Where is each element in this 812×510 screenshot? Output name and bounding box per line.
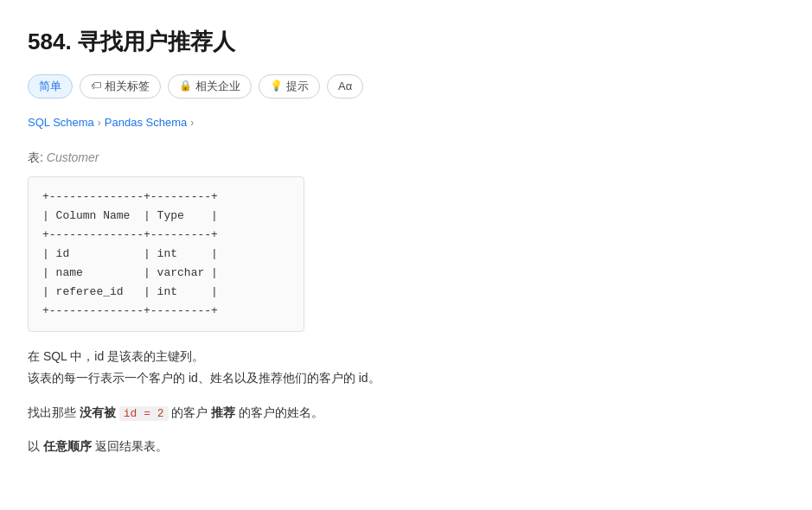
result-prefix: 以 <box>28 439 40 453</box>
description-block: 在 SQL 中，id 是该表的主键列。 该表的每一行表示一个客户的 id、姓名以… <box>28 346 784 389</box>
breadcrumb-sql-schema[interactable]: SQL Schema <box>28 114 94 132</box>
tags-row: 简单 🏷 相关标签 🔒 相关企业 💡 提示 Aα <box>28 74 784 99</box>
tag-font-size[interactable]: Aα <box>327 74 363 99</box>
tag-simple-label: 简单 <box>39 78 61 96</box>
bulb-icon: 💡 <box>270 78 283 94</box>
tag-icon: 🏷 <box>91 78 101 94</box>
schema-line-5: | name | varchar | <box>42 264 290 283</box>
question-middle: 的客户 <box>171 405 208 419</box>
question-block: 找出那些 没有被 id = 2 的客户 推荐 的客户的姓名。 <box>28 402 784 424</box>
table-label: 表: Customer <box>28 148 784 167</box>
tag-hint-label: 提示 <box>286 78 309 96</box>
lock-icon: 🔒 <box>179 78 192 94</box>
tag-simple[interactable]: 简单 <box>28 74 73 99</box>
breadcrumb-pandas-schema[interactable]: Pandas Schema <box>105 114 187 132</box>
schema-line-4: | id | int | <box>42 245 290 264</box>
tag-related-company[interactable]: 🔒 相关企业 <box>168 74 252 99</box>
schema-line-1: +--------------+---------+ <box>42 188 290 207</box>
tag-related-tags[interactable]: 🏷 相关标签 <box>80 74 161 99</box>
result-block: 以 任意顺序 返回结果表。 <box>28 436 784 457</box>
page-title: 584. 寻找用户推荐人 <box>28 24 784 61</box>
description-line2: 该表的每一行表示一个客户的 id、姓名以及推荐他们的客户的 id。 <box>28 367 784 389</box>
breadcrumb-sep-1: › <box>98 115 101 131</box>
question-bold1: 没有被 <box>80 405 116 419</box>
breadcrumb-sep-2: › <box>190 115 194 131</box>
question-suffix: 的客户的姓名。 <box>239 405 323 419</box>
tag-related-tags-label: 相关标签 <box>105 78 150 96</box>
question-prefix: 找出那些 <box>28 405 76 419</box>
tag-font-size-label: Aα <box>338 78 352 96</box>
result-suffix: 返回结果表。 <box>95 439 168 453</box>
schema-line-6: | referee_id | int | <box>42 283 290 302</box>
schema-line-7: +--------------+---------+ <box>42 302 290 321</box>
breadcrumb: SQL Schema › Pandas Schema › <box>28 114 784 132</box>
question-code1: id = 2 <box>119 406 169 421</box>
schema-line-3: +--------------+---------+ <box>42 226 290 245</box>
question-bold2: 推荐 <box>211 405 235 419</box>
schema-box: +--------------+---------+ | Column Name… <box>28 176 304 333</box>
schema-line-2: | Column Name | Type | <box>42 207 290 226</box>
tag-hint[interactable]: 💡 提示 <box>259 74 320 99</box>
table-label-text: 表: <box>28 150 43 164</box>
tag-related-company-label: 相关企业 <box>195 78 240 96</box>
table-name: Customer <box>47 150 99 164</box>
result-bold: 任意顺序 <box>43 439 92 453</box>
description-line1: 在 SQL 中，id 是该表的主键列。 <box>28 346 784 367</box>
